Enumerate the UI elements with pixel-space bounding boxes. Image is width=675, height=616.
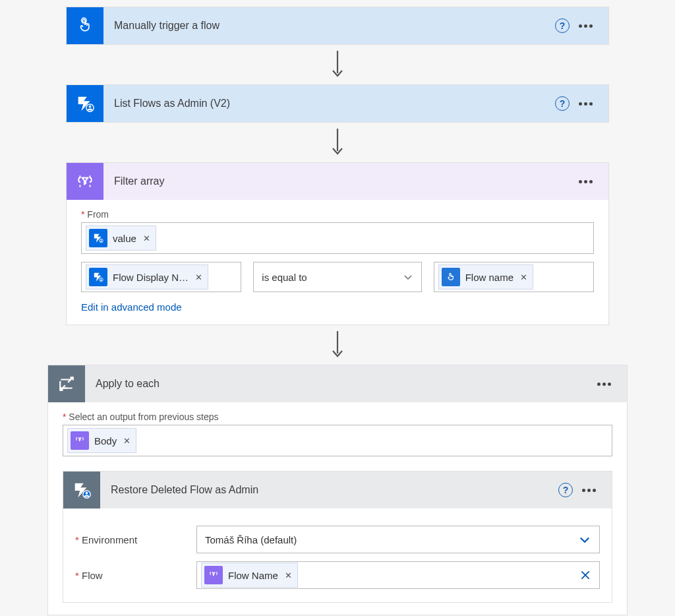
remove-token-icon[interactable]: ✕	[195, 272, 202, 282]
value-token[interactable]: value ✕	[86, 226, 156, 251]
environment-value: Tomáš Říha (default)	[205, 534, 297, 545]
more-menu-icon[interactable]	[573, 98, 598, 109]
filter-array-title: Filter array	[103, 175, 573, 187]
token-label: value	[113, 233, 136, 244]
list-flows-card[interactable]: List Flows as Admin (V2) ?	[66, 84, 609, 123]
select-output-input[interactable]: Body ✕	[63, 425, 612, 456]
help-icon[interactable]: ?	[555, 18, 570, 33]
filter-left-operand[interactable]: Flow Display N… ✕	[81, 262, 241, 292]
touch-icon	[67, 7, 103, 44]
help-icon[interactable]: ?	[558, 483, 573, 497]
more-menu-icon[interactable]	[573, 176, 598, 187]
svg-point-6	[101, 239, 102, 241]
environment-select[interactable]: Tomáš Říha (default)	[196, 526, 600, 553]
apply-to-each-card[interactable]: Apply to each * Select an output from pr…	[47, 365, 628, 615]
flow-input[interactable]: Flow Name ✕	[196, 561, 600, 589]
restore-flow-title: Restore Deleted Flow as Admin	[100, 484, 558, 496]
body-token[interactable]: Body ✕	[67, 428, 136, 453]
connector-arrow	[330, 45, 345, 84]
environment-label: * Environment	[75, 534, 187, 545]
chevron-down-icon	[403, 272, 413, 282]
trigger-title: Manually trigger a flow	[103, 20, 555, 32]
from-label: * From	[81, 209, 594, 220]
edit-advanced-link[interactable]: Edit in advanced mode	[81, 301, 182, 313]
remove-token-icon[interactable]: ✕	[520, 272, 527, 282]
clear-icon[interactable]	[579, 569, 591, 581]
restore-flow-card[interactable]: Restore Deleted Flow as Admin ? * Enviro…	[63, 471, 612, 603]
remove-token-icon[interactable]: ✕	[143, 233, 150, 243]
operator-label: is equal to	[262, 272, 307, 283]
flow-display-name-token[interactable]: Flow Display N… ✕	[86, 264, 208, 290]
token-label: Flow name	[465, 272, 514, 283]
admin-flows-icon	[63, 472, 100, 508]
chevron-down-icon	[578, 533, 591, 546]
filter-icon	[67, 163, 103, 200]
flow-name-token[interactable]: Flow Name ✕	[201, 563, 298, 588]
remove-token-icon[interactable]: ✕	[285, 570, 292, 580]
flow-name-token[interactable]: Flow name ✕	[438, 264, 533, 290]
svg-point-3	[89, 106, 92, 108]
more-menu-icon[interactable]	[592, 379, 616, 390]
flow-label: * Flow	[75, 570, 187, 581]
more-menu-icon[interactable]	[573, 20, 598, 32]
from-input[interactable]: value ✕	[81, 222, 594, 254]
filter-right-operand[interactable]: Flow name ✕	[434, 262, 594, 292]
token-label: Body	[94, 435, 117, 447]
token-label: Flow Name	[228, 570, 278, 581]
remove-token-icon[interactable]: ✕	[123, 436, 131, 446]
admin-flows-icon	[67, 85, 103, 122]
loop-icon	[48, 365, 85, 402]
filter-operator-select[interactable]: is equal to	[253, 262, 421, 292]
connector-arrow	[330, 123, 345, 162]
svg-point-11	[86, 492, 88, 495]
svg-point-8	[101, 278, 102, 280]
select-output-label: * Select an output from previous steps	[63, 412, 612, 422]
more-menu-icon[interactable]	[577, 485, 601, 496]
connector-arrow	[330, 325, 345, 365]
token-label: Flow Display N…	[113, 272, 189, 283]
filter-array-card[interactable]: Filter array * From value ✕	[66, 162, 609, 325]
trigger-card[interactable]: Manually trigger a flow ?	[66, 7, 609, 45]
list-flows-title: List Flows as Admin (V2)	[103, 98, 555, 109]
help-icon[interactable]: ?	[555, 96, 570, 111]
apply-to-each-title: Apply to each	[85, 378, 592, 390]
